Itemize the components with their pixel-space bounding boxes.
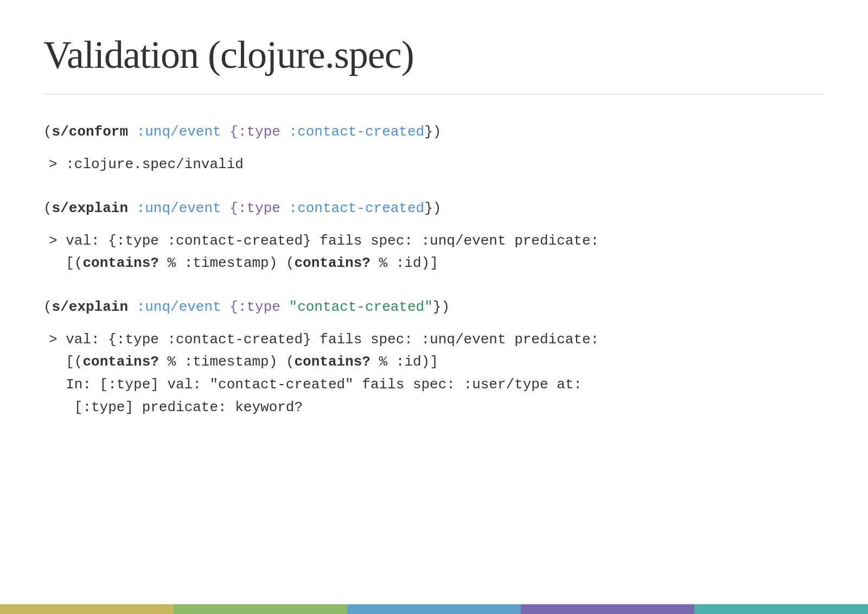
code-block-2: (s/explain :unq/event {:type :contact-cr… xyxy=(43,198,825,219)
output-block-2: > val: {:type :contact-created} fails sp… xyxy=(43,230,825,275)
title-divider xyxy=(43,94,825,94)
section-2: (s/explain :unq/event {:type :contact-cr… xyxy=(43,198,825,275)
output-block-1: > :clojure.spec/invalid xyxy=(43,154,825,176)
bar-segment-3 xyxy=(347,604,521,614)
page-title: Validation (clojure.spec) xyxy=(43,33,825,78)
bar-segment-4 xyxy=(521,604,694,614)
section-3: (s/explain :unq/event {:type "contact-cr… xyxy=(43,297,825,419)
bar-segment-1 xyxy=(0,604,174,614)
code-block-3: (s/explain :unq/event {:type "contact-cr… xyxy=(43,297,825,318)
section-1: (s/conform :unq/event {:type :contact-cr… xyxy=(43,121,825,176)
output-block-3: > val: {:type :contact-created} fails sp… xyxy=(43,329,825,419)
bar-segment-5 xyxy=(694,604,868,614)
bottom-bar xyxy=(0,604,868,614)
code-block-1: (s/conform :unq/event {:type :contact-cr… xyxy=(43,121,825,143)
bar-segment-2 xyxy=(174,604,347,614)
